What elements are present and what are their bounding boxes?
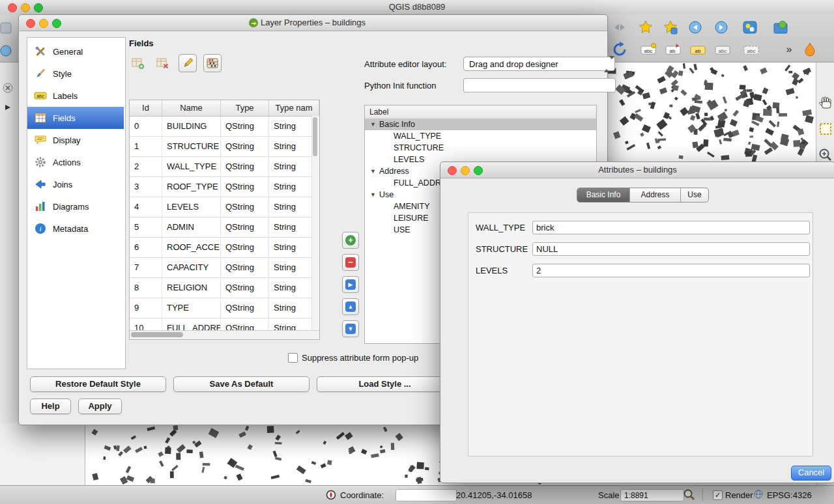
save-as-default-button[interactable]: Save As Default <box>173 376 309 392</box>
panel-collapse-icon[interactable] <box>4 104 12 111</box>
tab-basic-info[interactable]: Basic Info <box>577 188 630 202</box>
new-bookmark-icon[interactable] <box>636 18 655 37</box>
zoom-in-icon[interactable] <box>818 147 833 163</box>
select-region-icon[interactable] <box>818 121 833 137</box>
load-style-button[interactable]: Load Style ... <box>317 376 453 392</box>
sidebar-item-joins[interactable]: Joins <box>27 173 124 195</box>
python-init-input[interactable] <box>463 78 616 92</box>
pan-hand-icon[interactable] <box>818 95 833 111</box>
pan-arrows-icon[interactable] <box>610 18 629 37</box>
designer-add-button[interactable]: + <box>342 232 359 249</box>
show-bookmarks-icon[interactable] <box>661 18 680 37</box>
table-row[interactable]: 7CAPACITYQStringString <box>130 258 319 278</box>
minimize-dialog-button[interactable] <box>39 19 48 28</box>
label-move-icon[interactable]: abc <box>713 40 732 59</box>
python-console-icon[interactable] <box>740 18 760 37</box>
sidebar-item-actions[interactable]: Actions <box>27 151 124 173</box>
zoom-dialog-button[interactable] <box>52 19 61 28</box>
table-vertical-scrollbar[interactable] <box>311 116 319 331</box>
table-row[interactable]: 1STRUCTUREQStringString <box>130 137 319 157</box>
zoom-next-icon[interactable] <box>712 18 731 37</box>
table-row[interactable]: 6ROOF_ACCESQStringString <box>130 238 319 258</box>
designer-add-field-button[interactable]: ▶ <box>342 276 359 293</box>
sidebar-item-labels[interactable]: abc Labels <box>27 85 124 107</box>
label-pin-icon[interactable]: ab <box>663 40 683 59</box>
layer-properties-title: Layer Properties – buildings <box>261 18 366 27</box>
projection-icon[interactable] <box>753 489 764 499</box>
attribute-editor-layout-dropdown[interactable]: Drag and drop designer <box>463 57 615 71</box>
tab-use[interactable]: Use <box>681 188 708 202</box>
column-header[interactable]: Type <box>221 100 269 116</box>
restore-default-style-button[interactable]: Restore Default Style <box>30 376 166 392</box>
sidebar-item-fields[interactable]: Fields <box>27 107 124 129</box>
apply-button[interactable]: Apply <box>78 399 122 414</box>
wall-type-input[interactable] <box>532 221 810 234</box>
scale-magnifier-icon[interactable] <box>683 488 696 501</box>
close-window-button[interactable] <box>8 3 17 12</box>
table-row[interactable]: 8RELIGIONQStringString <box>130 278 319 298</box>
tree-item[interactable]: STRUCTURE <box>365 142 596 154</box>
table-row[interactable]: 9TYPEQStringString <box>130 298 319 318</box>
coordinate-input[interactable] <box>395 489 457 501</box>
zoom-dialog-button[interactable] <box>474 166 483 175</box>
style-droplet-icon[interactable] <box>800 40 820 59</box>
levels-input[interactable] <box>532 264 810 277</box>
sidebar-item-display[interactable]: Display <box>27 129 124 151</box>
zoom-previous-icon[interactable] <box>685 18 705 37</box>
scale-input[interactable] <box>620 489 684 501</box>
structure-input[interactable] <box>532 242 810 256</box>
table-row[interactable]: 0BUILDINGQStringString <box>130 117 319 137</box>
tree-item[interactable]: ▼Basic Info <box>365 119 596 130</box>
toggle-editing-button[interactable] <box>179 54 197 72</box>
zoom-window-button[interactable] <box>34 3 43 12</box>
table-horizontal-scrollbar[interactable] <box>130 330 319 339</box>
tracking-compass-icon[interactable] <box>326 490 336 500</box>
partial-toolbar-icon[interactable] <box>0 18 16 38</box>
column-header[interactable]: Type nam <box>269 100 319 116</box>
sidebar-item-diagrams[interactable]: Diagrams <box>27 195 124 217</box>
help-button[interactable]: Help <box>30 399 71 414</box>
disclosure-icon[interactable]: ▼ <box>370 189 376 201</box>
table-row[interactable]: 5ADMINQStringString <box>130 217 319 238</box>
suppress-form-checkbox[interactable] <box>288 353 298 363</box>
sidebar-item-general[interactable]: General <box>27 40 124 63</box>
column-header[interactable]: Name <box>162 100 221 116</box>
fields-table-header[interactable]: Id Name Type Type nam <box>130 100 319 117</box>
label-abc-icon[interactable]: abc <box>639 40 658 59</box>
designer-move-up-button[interactable]: ▲ <box>342 298 359 315</box>
delete-column-button[interactable] <box>154 54 171 71</box>
main-window-titlebar[interactable]: QGIS d8b8089 <box>0 0 834 15</box>
minimize-dialog-button[interactable] <box>461 166 470 175</box>
close-dialog-button[interactable] <box>448 166 457 175</box>
cancel-button[interactable]: Cancel <box>791 466 831 481</box>
tree-item[interactable]: WALL_TYPE <box>365 130 596 142</box>
table-row[interactable]: 3ROOF_TYPEQStringString <box>130 177 319 197</box>
new-column-button[interactable] <box>129 54 146 71</box>
label-highlight-icon[interactable]: ab <box>688 40 708 59</box>
designer-remove-button[interactable]: − <box>342 254 359 271</box>
partial-toolbar-icon[interactable] <box>0 41 16 61</box>
designer-move-down-button[interactable]: ▼ <box>342 320 359 337</box>
field-calculator-button[interactable] <box>203 54 222 72</box>
disclosure-icon[interactable]: ▼ <box>370 119 376 130</box>
table-row[interactable]: 4LEVELSQStringString <box>130 197 319 217</box>
coordinate-label: Coordinate: <box>340 490 384 500</box>
close-panel-icon[interactable] <box>2 82 14 94</box>
close-dialog-button[interactable] <box>26 19 35 28</box>
minimize-window-button[interactable] <box>21 3 30 12</box>
render-checkbox[interactable]: ✓ <box>713 490 723 500</box>
abacus-icon <box>206 57 219 70</box>
plugin-manager-icon[interactable] <box>771 18 790 37</box>
dropdown-arrows-icon <box>604 59 612 69</box>
sidebar-item-metadata[interactable]: i Metadata <box>27 217 124 240</box>
table-row[interactable]: 2WALL_TYPEQStringString <box>130 157 319 177</box>
label-change-icon[interactable]: abc <box>741 40 761 59</box>
attributes-titlebar[interactable]: Attributes – buildings <box>440 162 834 178</box>
disclosure-icon[interactable]: ▼ <box>370 165 376 177</box>
layer-properties-titlebar[interactable]: Layer Properties – buildings <box>19 15 607 31</box>
toolbar-overflow-chevron[interactable]: » <box>779 40 799 59</box>
column-header[interactable]: Id <box>130 100 162 116</box>
tab-address[interactable]: Address <box>630 188 681 202</box>
sidebar-item-style[interactable]: Style <box>27 63 124 85</box>
crs-status[interactable]: EPSG:4326 <box>767 490 812 500</box>
